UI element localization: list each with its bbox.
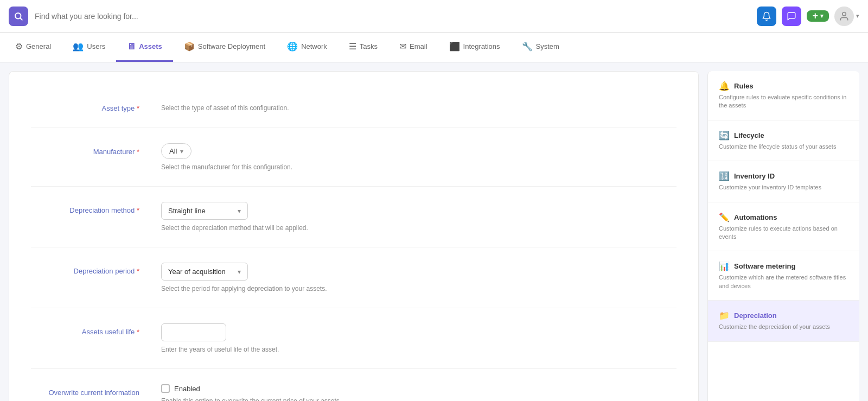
sidebar-item-software-metering[interactable]: 📊 Software metering Customize which are … xyxy=(708,251,859,301)
general-icon: ⚙ xyxy=(15,41,23,52)
tab-system[interactable]: 🔧 System xyxy=(511,33,570,62)
svg-line-1 xyxy=(20,18,22,20)
rules-icon: 🔔 xyxy=(719,81,730,91)
network-icon: 🌐 xyxy=(287,41,298,52)
add-dropdown-icon: ▾ xyxy=(820,12,824,20)
automations-description: Customize rules to execute actions based… xyxy=(719,225,848,241)
sidebar-item-inventory-id[interactable]: 🔢 Inventory ID Customize your inventory … xyxy=(708,161,859,202)
tab-assets[interactable]: 🖥 Assets xyxy=(116,33,173,62)
assets-useful-life-input[interactable] xyxy=(161,323,226,341)
manufacturer-chevron-icon: ▾ xyxy=(180,148,183,155)
depreciation-period-description: Select the period for applying depreciat… xyxy=(161,285,676,292)
sidebar-item-depreciation[interactable]: 📁 Depreciation Customize the depreciatio… xyxy=(708,301,859,341)
asset-type-label: Asset type * xyxy=(31,100,139,112)
add-icon: + xyxy=(812,10,818,22)
depreciation-period-label: Depreciation period * xyxy=(31,263,139,275)
manufacturer-dropdown[interactable]: All ▾ xyxy=(161,143,192,159)
depreciation-method-chevron-icon: ▾ xyxy=(238,207,241,215)
content-area: Asset type * Select the type of asset of… xyxy=(9,71,699,401)
software-metering-description: Customize which are the metered software… xyxy=(719,273,848,290)
depreciation-description: Customize the depreciation of your asset… xyxy=(719,323,848,331)
integrations-icon: ⬛ xyxy=(449,41,460,52)
user-menu[interactable]: ▾ xyxy=(834,7,859,26)
svg-point-2 xyxy=(843,12,846,16)
overwrite-info-checkbox-row: Enabled xyxy=(161,384,676,393)
topbar: + ▾ ▾ xyxy=(0,0,868,33)
rules-description: Configure rules to evaluate specific con… xyxy=(719,93,848,110)
assets-useful-life-description: Enter the years of useful life of the as… xyxy=(161,346,676,353)
overwrite-info-description: Enable this option to overwrite the curr… xyxy=(161,397,676,401)
depreciation-method-required: * xyxy=(137,206,139,214)
depreciation-period-content: Year of acquisition ▾ Select the period … xyxy=(161,263,676,292)
manufacturer-content: All ▾ Select the manufacturer for this c… xyxy=(161,143,676,171)
assets-icon: 🖥 xyxy=(127,42,136,52)
form-section: Asset type * Select the type of asset of… xyxy=(9,72,698,401)
field-overwrite-info: Overwrite current information Enabled En… xyxy=(31,369,676,401)
field-asset-type: Asset type * Select the type of asset of… xyxy=(31,85,676,128)
depreciation-method-description: Select the depreciation method that will… xyxy=(161,224,676,232)
depreciation-icon: 📁 xyxy=(719,310,730,321)
tab-software-deployment[interactable]: 📦 Software Deployment xyxy=(173,33,276,62)
notification-button[interactable] xyxy=(757,7,776,26)
tab-network[interactable]: 🌐 Network xyxy=(276,33,338,62)
tab-users[interactable]: 👥 Users xyxy=(62,33,116,62)
avatar-dropdown-icon: ▾ xyxy=(856,12,859,20)
depreciation-period-required: * xyxy=(137,267,139,275)
depreciation-method-label: Depreciation method * xyxy=(31,202,139,214)
inventory-id-icon: 🔢 xyxy=(719,171,730,181)
overwrite-info-checkbox[interactable] xyxy=(161,384,170,393)
assets-useful-life-required: * xyxy=(137,328,139,336)
depreciation-period-chevron-icon: ▾ xyxy=(238,268,241,276)
field-assets-useful-life: Assets useful life * Enter the years of … xyxy=(31,308,676,369)
field-depreciation-period: Depreciation period * Year of acquisitio… xyxy=(31,247,676,308)
lifecycle-icon: 🔄 xyxy=(719,130,730,141)
right-sidebar: 🔔 Rules Configure rules to evaluate spec… xyxy=(707,71,859,401)
overwrite-info-checkbox-label: Enabled xyxy=(174,385,200,393)
manufacturer-label: Manufacturer * xyxy=(31,143,139,156)
software-deployment-icon: 📦 xyxy=(184,41,195,52)
avatar xyxy=(834,7,854,26)
main-layout: Asset type * Select the type of asset of… xyxy=(0,62,868,401)
assets-useful-life-label: Assets useful life * xyxy=(31,323,139,336)
asset-type-content: Select the type of asset of this configu… xyxy=(161,100,676,112)
asset-type-description: Select the type of asset of this configu… xyxy=(161,104,676,112)
topbar-actions: + ▾ ▾ xyxy=(757,7,859,26)
overwrite-info-label: Overwrite current information xyxy=(31,384,139,397)
depreciation-period-dropdown[interactable]: Year of acquisition ▾ xyxy=(161,263,248,281)
tab-tasks[interactable]: ☰ Tasks xyxy=(338,33,388,62)
system-icon: 🔧 xyxy=(522,41,533,52)
search-input[interactable] xyxy=(35,12,750,21)
manufacturer-required: * xyxy=(137,148,139,156)
email-icon: ✉ xyxy=(399,41,406,52)
add-button[interactable]: + ▾ xyxy=(807,10,829,22)
sidebar-item-rules[interactable]: 🔔 Rules Configure rules to evaluate spec… xyxy=(708,71,859,120)
assets-useful-life-content: Enter the years of useful life of the as… xyxy=(161,323,676,353)
search-button[interactable] xyxy=(9,7,28,26)
field-depreciation-method: Depreciation method * Straight line ▾ Se… xyxy=(31,187,676,247)
chat-button[interactable] xyxy=(782,7,801,26)
depreciation-method-dropdown[interactable]: Straight line ▾ xyxy=(161,202,248,220)
tab-integrations[interactable]: ⬛ Integrations xyxy=(438,33,511,62)
tab-email[interactable]: ✉ Email xyxy=(388,33,438,62)
field-manufacturer: Manufacturer * All ▾ Select the manufact… xyxy=(31,128,676,187)
tasks-icon: ☰ xyxy=(349,41,356,52)
depreciation-method-content: Straight line ▾ Select the depreciation … xyxy=(161,202,676,232)
inventory-id-description: Customize your inventory ID templates xyxy=(719,183,848,192)
sidebar-item-automations[interactable]: ✏️ Automations Customize rules to execut… xyxy=(708,202,859,252)
lifecycle-description: Customize the lifecycle status of your a… xyxy=(719,143,848,151)
manufacturer-description: Select the manufacturer for this configu… xyxy=(161,163,676,171)
asset-type-required: * xyxy=(137,104,139,112)
nav-tabs: ⚙ General 👥 Users 🖥 Assets 📦 Software De… xyxy=(0,33,868,62)
software-metering-icon: 📊 xyxy=(719,261,730,271)
automations-icon: ✏️ xyxy=(719,212,730,222)
tab-general[interactable]: ⚙ General xyxy=(4,33,62,62)
overwrite-info-content: Enabled Enable this option to overwrite … xyxy=(161,384,676,401)
users-icon: 👥 xyxy=(73,41,84,52)
sidebar-item-lifecycle[interactable]: 🔄 Lifecycle Customize the lifecycle stat… xyxy=(708,120,859,161)
